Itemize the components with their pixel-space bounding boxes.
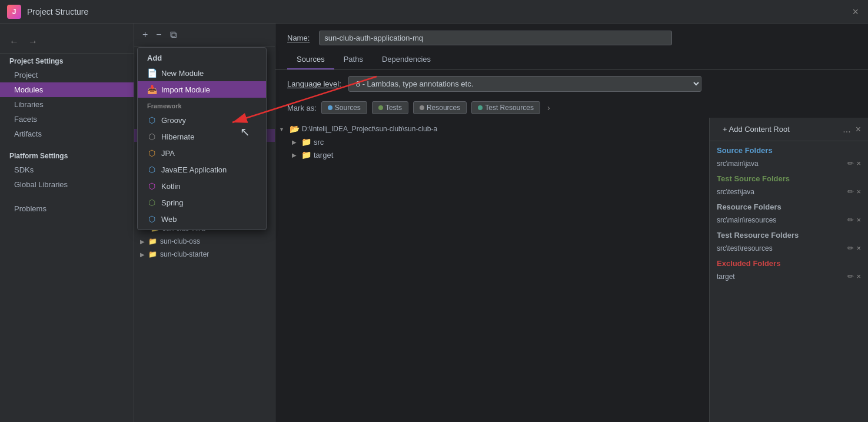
add-menu-title: Add: [138, 50, 266, 65]
sidebar-item-problems[interactable]: Problems: [0, 201, 134, 216]
module-folder-icon: 📁: [148, 237, 157, 245]
import-module-icon: 📥: [147, 85, 157, 94]
new-module-item[interactable]: 📄 New Module: [138, 65, 266, 81]
tree-src-item[interactable]: ▶ 📁 src: [275, 135, 709, 148]
forward-button[interactable]: →: [26, 35, 40, 48]
framework-groovy-item[interactable]: ⬡ Groovy: [138, 112, 266, 128]
more-options-button[interactable]: ...: [843, 124, 850, 135]
edit-resource-folder-button[interactable]: ✏: [847, 215, 854, 224]
tree-target-item[interactable]: ▶ 📁 target: [275, 148, 709, 161]
source-folder-entry: src\main\java ✏ ×: [710, 157, 868, 170]
name-row: Name:: [275, 24, 868, 50]
back-button[interactable]: ←: [7, 35, 21, 48]
tree-root-item[interactable]: ▾ 📂 D:\Intelij_IDEA_Project\sun-club\sun…: [275, 122, 709, 135]
framework-kotlin-item[interactable]: ⬡ Kotlin: [138, 178, 266, 194]
jpa-icon: ⬡: [147, 148, 157, 158]
language-level-select[interactable]: 8 - Lambdas, type annotations etc.: [348, 76, 701, 92]
sidebar-item-facets[interactable]: Facets: [0, 112, 134, 127]
resource-folder-actions: ✏ ×: [847, 215, 861, 224]
remove-excluded-folder-button[interactable]: ×: [856, 272, 861, 281]
kotlin-icon: ⬡: [147, 181, 157, 191]
spring-icon: ⬡: [147, 198, 157, 207]
nav-bar: ← →: [0, 31, 134, 54]
dialog-title: Project Structure: [27, 7, 88, 16]
left-sidebar: ← → Project Settings Project Modules Lib…: [0, 24, 134, 422]
remove-test-source-folder-button[interactable]: ×: [856, 187, 861, 196]
tests-dot: [378, 105, 383, 110]
test-resources-mark-button[interactable]: Test Resources: [471, 101, 540, 114]
hibernate-icon: ⬡: [147, 132, 157, 141]
chevron-down-icon: ▾: [280, 126, 287, 132]
copy-module-button[interactable]: ⧉: [168, 28, 179, 41]
mark-as-label: Mark as:: [287, 104, 317, 112]
more-chevron[interactable]: ›: [547, 103, 550, 112]
edit-test-resource-folder-button[interactable]: ✏: [847, 244, 854, 252]
tree-panel: ▾ 📂 D:\Intelij_IDEA_Project\sun-club\sun…: [275, 118, 709, 422]
resources-dot: [420, 105, 424, 110]
tab-dependencies[interactable]: Dependencies: [373, 50, 440, 69]
resources-mark-button[interactable]: Resources: [413, 101, 467, 114]
module-toolbar: + − ⧉: [134, 24, 275, 46]
remove-resource-folder-button[interactable]: ×: [856, 215, 861, 224]
new-module-icon: 📄: [147, 68, 157, 78]
test-source-folder-actions: ✏ ×: [847, 187, 861, 196]
app-logo: J: [7, 5, 21, 19]
folder-panel-header: + Add Content Root ... ×: [710, 118, 868, 141]
sidebar-item-global-libraries[interactable]: Global Libraries: [0, 177, 134, 192]
close-button[interactable]: ×: [852, 5, 859, 18]
excluded-folder-actions: ✏ ×: [847, 272, 861, 281]
import-module-item[interactable]: 📥 Import Module: [138, 81, 266, 98]
content-root-folder-icon: 📂: [290, 124, 300, 134]
source-folder-actions: ✏ ×: [847, 159, 861, 168]
src-folder-icon: 📁: [301, 137, 311, 147]
edit-source-folder-button[interactable]: ✏: [847, 159, 854, 168]
folder-panel: + Add Content Root ... × Source Folders …: [709, 118, 868, 422]
framework-jpa-item[interactable]: ⬡ JPA: [138, 145, 266, 161]
sources-mark-button[interactable]: Sources: [321, 101, 367, 114]
list-item[interactable]: ▶ 📁 sun-club-oss: [134, 235, 275, 248]
chevron-right-icon: ▶: [292, 152, 299, 158]
mark-as-row: Mark as: Sources Tests Resources Test Re…: [275, 98, 868, 118]
sidebar-item-libraries[interactable]: Libraries: [0, 97, 134, 112]
language-level-label: Language level:: [287, 79, 341, 88]
framework-javaee-item[interactable]: ⬡ JavaEE Application: [138, 161, 266, 178]
excluded-folders-title: Excluded Folders: [710, 254, 868, 270]
remove-test-resource-folder-button[interactable]: ×: [856, 244, 861, 252]
source-folders-title: Source Folders: [710, 141, 868, 157]
module-folder-icon: 📁: [148, 250, 157, 258]
tests-mark-button[interactable]: Tests: [372, 101, 408, 114]
target-folder-icon: 📁: [301, 150, 311, 160]
edit-test-source-folder-button[interactable]: ✏: [847, 187, 854, 196]
chevron-right-icon: ▶: [292, 139, 299, 145]
test-source-folders-title: Test Source Folders: [710, 170, 868, 185]
sidebar-item-modules[interactable]: Modules: [0, 82, 134, 97]
groovy-icon: ⬡: [147, 115, 157, 125]
framework-hibernate-item[interactable]: ⬡ Hibernate: [138, 128, 266, 145]
tab-sources[interactable]: Sources: [287, 50, 334, 69]
remove-source-folder-button[interactable]: ×: [856, 159, 861, 168]
excluded-folder-entry: target ✏ ×: [710, 270, 868, 283]
name-input[interactable]: [319, 31, 672, 45]
framework-spring-item[interactable]: ⬡ Spring: [138, 194, 266, 211]
test-resource-folder-actions: ✏ ×: [847, 244, 861, 252]
list-item[interactable]: ▶ 📁 sun-club-starter: [134, 248, 275, 261]
sidebar-item-sdks[interactable]: SDKs: [0, 162, 134, 177]
edit-excluded-folder-button[interactable]: ✏: [847, 272, 854, 281]
framework-separator: Framework: [138, 98, 266, 112]
add-module-button[interactable]: +: [140, 28, 150, 41]
resource-folders-title: Resource Folders: [710, 198, 868, 214]
sidebar-item-project[interactable]: Project: [0, 68, 134, 82]
right-panel: Name: Sources Paths Dependencies Languag…: [275, 24, 868, 422]
title-bar: J Project Structure ×: [0, 0, 868, 24]
main-layout: ← → Project Settings Project Modules Lib…: [0, 24, 868, 422]
resource-folder-entry: src\main\resources ✏ ×: [710, 214, 868, 226]
content-root-area: ▾ 📂 D:\Intelij_IDEA_Project\sun-club\sun…: [275, 118, 868, 422]
add-dropdown-menu: Add 📄 New Module 📥 Import Module Framewo…: [137, 47, 267, 230]
framework-web-item[interactable]: ⬡ Web: [138, 211, 266, 227]
tabs-bar: Sources Paths Dependencies: [275, 50, 868, 70]
remove-module-button[interactable]: −: [154, 28, 164, 41]
add-content-root-button[interactable]: + Add Content Root: [717, 122, 796, 136]
panel-close-button[interactable]: ×: [856, 124, 861, 135]
tab-paths[interactable]: Paths: [334, 50, 373, 69]
sidebar-item-artifacts[interactable]: Artifacts: [0, 127, 134, 141]
